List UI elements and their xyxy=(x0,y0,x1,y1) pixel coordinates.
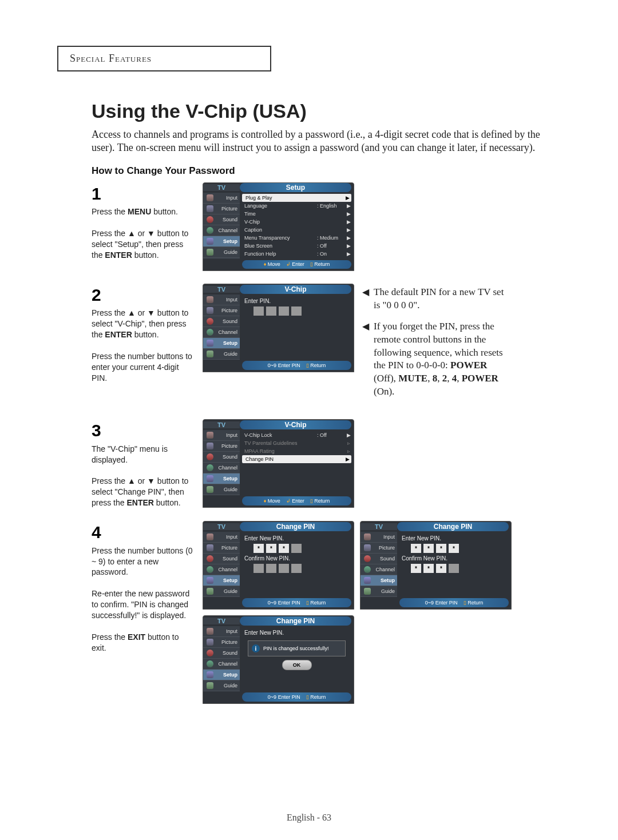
footer-09: 0~9 xyxy=(268,600,276,606)
sidebar-picture-label: Picture xyxy=(221,639,237,645)
success-text: PIN is changed successfully! xyxy=(263,646,329,651)
step-4-num: 4 xyxy=(92,521,195,544)
steps-area: 1 Press the MENU button.Press the ▲ or ▼… xyxy=(92,182,561,704)
chevron-right-icon: ▶ xyxy=(346,235,351,241)
sidebar: Input Picture Sound Channel Setup Guide xyxy=(203,532,240,597)
sidebar-picture: Picture xyxy=(203,637,240,648)
pin-boxes-new: * * * xyxy=(253,544,351,553)
confirm-new-pin-label: Confirm New PIN. xyxy=(399,555,509,562)
footer-enter-pin: Enter PIN xyxy=(435,600,458,606)
step-1-body: Press the MENU button.Press the ▲ or ▼ b… xyxy=(92,206,195,260)
guide-icon xyxy=(207,351,213,357)
pin-box xyxy=(266,306,276,316)
sidebar-input-label: Input xyxy=(226,432,237,438)
subheading: How to Change Your Password xyxy=(92,165,561,177)
footer-return: Return xyxy=(310,363,326,368)
screen-header: TV Setup xyxy=(203,183,354,193)
sidebar: Input Picture Sound Channel Setup Guide xyxy=(203,430,240,495)
sidebar-channel-label: Channel xyxy=(218,329,237,335)
pin-boxes-confirm: * * * xyxy=(411,564,509,573)
sidebar-setup-label: Setup xyxy=(223,238,237,244)
menu-label: Function Help xyxy=(242,251,317,257)
chevron-right-icon: ▶ xyxy=(346,227,351,233)
channel-icon xyxy=(207,660,213,667)
return-icon: ▯ xyxy=(310,261,313,267)
setup-icon xyxy=(207,671,213,678)
footer-enter-pin: Enter PIN xyxy=(278,600,300,606)
menu-row: V-Chip▶ xyxy=(242,218,351,226)
footer-enter: Enter xyxy=(292,261,304,267)
enter-icon: ↲ xyxy=(286,498,291,504)
updown-icon: ♦ xyxy=(264,261,267,267)
menu-label: Menu Transparency xyxy=(242,235,317,241)
screen-change-pin-confirm: TV Change PIN Input Picture Sound Channe… xyxy=(360,521,512,610)
menu-row: Change PIN▶ xyxy=(242,455,351,463)
menu-val: : Off xyxy=(317,432,346,438)
step-2: 2 Press the ▲ or ▼ button to select "V-C… xyxy=(92,284,561,407)
menu-row: Time▶ xyxy=(242,210,351,218)
pin-box xyxy=(253,564,264,573)
screen-body: Input Picture Sound Channel Setup Guide … xyxy=(203,294,354,360)
sidebar-channel-label: Channel xyxy=(218,465,237,471)
chevron-right-icon: ▶ xyxy=(344,456,350,462)
sidebar-channel: Channel xyxy=(203,564,240,575)
sidebar-guide: Guide xyxy=(203,247,240,258)
sound-icon xyxy=(364,555,371,562)
screen-title: Change PIN xyxy=(397,522,509,531)
chevron-right-icon: ▶ xyxy=(346,211,351,217)
sidebar-picture-label: Picture xyxy=(221,308,237,313)
guide-icon xyxy=(207,486,213,493)
menu-label: Caption xyxy=(242,227,317,233)
sidebar-input: Input xyxy=(203,193,240,204)
section-header: Special Features xyxy=(70,53,152,64)
enter-pin-label: Enter PIN. xyxy=(242,298,351,304)
screen-footer: 0~9 Enter PIN ▯ Return xyxy=(242,598,351,607)
chevron-right-icon: ▹ xyxy=(346,440,351,446)
sidebar-setup: Setup xyxy=(203,236,240,247)
menu-label: Change PIN xyxy=(243,456,316,462)
sidebar-sound: Sound xyxy=(203,316,240,327)
sidebar-setup: Setup xyxy=(203,338,240,349)
chevron-right-icon: ▶ xyxy=(346,251,351,257)
pin-box: * xyxy=(436,564,446,573)
menu-content: Plug & Play▶ Language: English▶ Time▶ V-… xyxy=(240,193,354,259)
sidebar-sound-label: Sound xyxy=(223,650,237,656)
menu-row: MPAA Rating▹ xyxy=(242,447,351,455)
sidebar-setup: Setup xyxy=(203,473,240,484)
tv-label: TV xyxy=(203,184,240,191)
confirm-new-pin-label: Confirm New PIN. xyxy=(242,555,351,562)
sidebar-setup: Setup xyxy=(203,670,240,680)
pin-box xyxy=(266,564,276,573)
sidebar-channel-label: Channel xyxy=(218,567,237,572)
sidebar-sound: Sound xyxy=(203,452,240,463)
sound-icon xyxy=(207,318,213,325)
guide-icon xyxy=(207,588,213,595)
sidebar-setup-label: Setup xyxy=(223,476,237,481)
footer-enter-pin: Enter PIN xyxy=(278,363,300,368)
pin-box xyxy=(279,564,289,573)
step-1-text: 1 Press the MENU button.Press the ▲ or ▼… xyxy=(92,182,195,261)
screen-footer: ♦ Move ↲ Enter ▯ Return xyxy=(242,260,351,269)
chevron-right-icon: ▹ xyxy=(346,448,351,454)
pin-box xyxy=(291,306,302,316)
screen-header: TV Change PIN xyxy=(203,521,354,532)
success-box: i PIN is changed successfully! xyxy=(248,640,346,656)
footer-return: Return xyxy=(468,600,483,606)
sidebar-picture: Picture xyxy=(203,305,240,316)
screen-footer: 0~9 Enter PIN ▯ Return xyxy=(242,361,351,370)
sidebar-input-label: Input xyxy=(226,297,237,302)
screen-body: Input Picture Sound Channel Setup Guide … xyxy=(203,193,354,259)
footer-return: Return xyxy=(314,498,330,504)
pin-box: * xyxy=(449,544,459,553)
sidebar-sound: Sound xyxy=(360,554,397,564)
menu-label: MPAA Rating xyxy=(242,448,317,454)
screen-footer: 0~9 Enter PIN ▯ Return xyxy=(399,598,509,607)
footer-09: 0~9 xyxy=(268,694,276,700)
sidebar-picture: Picture xyxy=(203,543,240,554)
triangle-left-icon: ◀ xyxy=(362,320,369,399)
screen-change-pin-success: TV Change PIN Input Picture Sound Channe… xyxy=(203,615,354,704)
screen-title: Change PIN xyxy=(240,616,351,626)
step-1-num: 1 xyxy=(92,182,195,206)
triangle-left-icon: ◀ xyxy=(362,286,369,312)
screen-footer: 0~9 Enter PIN ▯ Return xyxy=(242,692,351,702)
